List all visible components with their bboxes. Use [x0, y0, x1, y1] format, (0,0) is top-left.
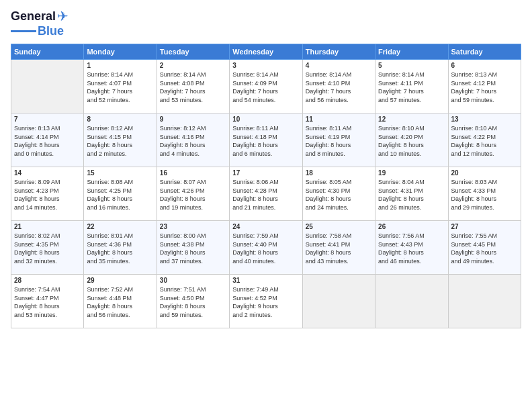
calendar-cell: 15Sunrise: 8:08 AM Sunset: 4:25 PM Dayli…	[84, 167, 157, 221]
calendar-cell: 5Sunrise: 8:14 AM Sunset: 4:11 PM Daylig…	[375, 60, 448, 113]
day-number: 2	[160, 62, 226, 69]
day-info: Sunrise: 8:02 AM Sunset: 4:35 PM Dayligh…	[14, 232, 81, 265]
calendar-cell: 28Sunrise: 7:54 AM Sunset: 4:47 PM Dayli…	[11, 275, 84, 328]
day-info: Sunrise: 8:01 AM Sunset: 4:36 PM Dayligh…	[87, 232, 153, 265]
day-number: 25	[306, 223, 372, 230]
day-header-sunday: Sunday	[11, 44, 84, 60]
calendar-cell: 22Sunrise: 8:01 AM Sunset: 4:36 PM Dayli…	[84, 221, 157, 275]
day-info: Sunrise: 8:04 AM Sunset: 4:31 PM Dayligh…	[378, 178, 445, 212]
day-number: 1	[87, 62, 153, 69]
day-number: 11	[306, 116, 372, 123]
day-number: 5	[378, 62, 445, 69]
week-row-2: 7Sunrise: 8:13 AM Sunset: 4:14 PM Daylig…	[11, 113, 521, 167]
day-info: Sunrise: 8:11 AM Sunset: 4:19 PM Dayligh…	[306, 124, 372, 158]
day-number: 6	[451, 62, 518, 69]
logo: General ✈ Blue	[11, 8, 69, 38]
day-header-wednesday: Wednesday	[230, 44, 302, 60]
day-header-saturday: Saturday	[448, 44, 521, 60]
calendar-cell: 18Sunrise: 8:05 AM Sunset: 4:30 PM Dayli…	[302, 167, 375, 221]
day-number: 21	[14, 223, 81, 230]
day-info: Sunrise: 8:13 AM Sunset: 4:12 PM Dayligh…	[451, 71, 518, 104]
calendar-cell: 27Sunrise: 7:55 AM Sunset: 4:45 PM Dayli…	[448, 221, 521, 275]
calendar-cell: 6Sunrise: 8:13 AM Sunset: 4:12 PM Daylig…	[448, 60, 521, 113]
calendar-cell: 13Sunrise: 8:10 AM Sunset: 4:22 PM Dayli…	[448, 113, 521, 167]
calendar-cell: 10Sunrise: 8:11 AM Sunset: 4:18 PM Dayli…	[230, 113, 302, 167]
calendar-cell: 19Sunrise: 8:04 AM Sunset: 4:31 PM Dayli…	[375, 167, 448, 221]
day-number: 27	[451, 223, 518, 230]
day-info: Sunrise: 7:54 AM Sunset: 4:47 PM Dayligh…	[14, 285, 81, 319]
day-info: Sunrise: 7:55 AM Sunset: 4:45 PM Dayligh…	[451, 232, 518, 265]
week-row-1: 1Sunrise: 8:14 AM Sunset: 4:07 PM Daylig…	[11, 60, 521, 113]
day-number: 23	[160, 223, 226, 230]
day-number: 17	[232, 169, 299, 177]
day-info: Sunrise: 8:13 AM Sunset: 4:14 PM Dayligh…	[14, 124, 81, 158]
day-info: Sunrise: 7:49 AM Sunset: 4:52 PM Dayligh…	[232, 285, 299, 319]
calendar-cell: 30Sunrise: 7:51 AM Sunset: 4:50 PM Dayli…	[157, 275, 229, 328]
calendar-cell: 1Sunrise: 8:14 AM Sunset: 4:07 PM Daylig…	[84, 60, 157, 113]
logo-text-blue: Blue	[38, 24, 64, 38]
day-info: Sunrise: 7:52 AM Sunset: 4:48 PM Dayligh…	[87, 285, 153, 319]
calendar-cell: 9Sunrise: 8:12 AM Sunset: 4:16 PM Daylig…	[157, 113, 229, 167]
day-number: 30	[160, 277, 226, 284]
day-number: 3	[232, 62, 299, 69]
calendar-cell: 29Sunrise: 7:52 AM Sunset: 4:48 PM Dayli…	[84, 275, 157, 328]
day-number: 16	[160, 169, 226, 177]
day-number: 8	[87, 116, 153, 123]
calendar-cell: 16Sunrise: 8:07 AM Sunset: 4:26 PM Dayli…	[157, 167, 229, 221]
day-info: Sunrise: 8:14 AM Sunset: 4:08 PM Dayligh…	[160, 71, 226, 104]
day-info: Sunrise: 8:05 AM Sunset: 4:30 PM Dayligh…	[306, 178, 372, 212]
calendar-cell: 23Sunrise: 8:00 AM Sunset: 4:38 PM Dayli…	[157, 221, 229, 275]
day-header-friday: Friday	[375, 44, 448, 60]
day-number: 4	[306, 62, 372, 69]
day-info: Sunrise: 7:51 AM Sunset: 4:50 PM Dayligh…	[160, 285, 226, 319]
day-number: 7	[14, 116, 81, 123]
day-info: Sunrise: 8:12 AM Sunset: 4:15 PM Dayligh…	[87, 124, 153, 158]
calendar-cell: 25Sunrise: 7:58 AM Sunset: 4:41 PM Dayli…	[302, 221, 375, 275]
calendar-cell	[448, 275, 521, 328]
calendar-cell: 26Sunrise: 7:56 AM Sunset: 4:43 PM Dayli…	[375, 221, 448, 275]
day-number: 20	[451, 169, 518, 177]
day-number: 10	[232, 116, 299, 123]
day-number: 18	[306, 169, 372, 177]
week-row-5: 28Sunrise: 7:54 AM Sunset: 4:47 PM Dayli…	[11, 275, 521, 328]
day-info: Sunrise: 8:03 AM Sunset: 4:33 PM Dayligh…	[451, 178, 518, 212]
day-info: Sunrise: 7:56 AM Sunset: 4:43 PM Dayligh…	[378, 232, 445, 265]
logo-text-general: General	[11, 9, 56, 24]
day-info: Sunrise: 8:12 AM Sunset: 4:16 PM Dayligh…	[160, 124, 226, 158]
day-info: Sunrise: 8:06 AM Sunset: 4:28 PM Dayligh…	[232, 178, 299, 212]
day-number: 13	[451, 116, 518, 123]
calendar-cell	[11, 60, 84, 113]
day-header-thursday: Thursday	[302, 44, 375, 60]
calendar-cell	[302, 275, 375, 328]
day-info: Sunrise: 8:10 AM Sunset: 4:20 PM Dayligh…	[378, 124, 445, 158]
day-number: 26	[378, 223, 445, 230]
day-number: 29	[87, 277, 153, 284]
day-info: Sunrise: 8:14 AM Sunset: 4:11 PM Dayligh…	[378, 71, 445, 104]
day-info: Sunrise: 8:00 AM Sunset: 4:38 PM Dayligh…	[160, 232, 226, 265]
day-info: Sunrise: 8:08 AM Sunset: 4:25 PM Dayligh…	[87, 178, 153, 212]
day-info: Sunrise: 8:11 AM Sunset: 4:18 PM Dayligh…	[232, 124, 299, 158]
calendar-cell: 8Sunrise: 8:12 AM Sunset: 4:15 PM Daylig…	[84, 113, 157, 167]
day-info: Sunrise: 8:14 AM Sunset: 4:09 PM Dayligh…	[232, 71, 299, 104]
header-row: SundayMondayTuesdayWednesdayThursdayFrid…	[11, 44, 521, 60]
day-number: 12	[378, 116, 445, 123]
calendar-table: SundayMondayTuesdayWednesdayThursdayFrid…	[11, 44, 521, 328]
page: General ✈ Blue SundayMondayTuesdayWednes…	[0, 0, 532, 411]
day-number: 14	[14, 169, 81, 177]
calendar-cell: 2Sunrise: 8:14 AM Sunset: 4:08 PM Daylig…	[157, 60, 229, 113]
day-info: Sunrise: 8:14 AM Sunset: 4:10 PM Dayligh…	[306, 71, 372, 104]
calendar-cell: 17Sunrise: 8:06 AM Sunset: 4:28 PM Dayli…	[230, 167, 302, 221]
week-row-3: 14Sunrise: 8:09 AM Sunset: 4:23 PM Dayli…	[11, 167, 521, 221]
day-info: Sunrise: 8:07 AM Sunset: 4:26 PM Dayligh…	[160, 178, 226, 212]
calendar-cell	[375, 275, 448, 328]
calendar-cell: 24Sunrise: 7:59 AM Sunset: 4:40 PM Dayli…	[230, 221, 302, 275]
logo-blue-bar	[11, 30, 36, 32]
calendar-cell: 3Sunrise: 8:14 AM Sunset: 4:09 PM Daylig…	[230, 60, 302, 113]
day-info: Sunrise: 8:10 AM Sunset: 4:22 PM Dayligh…	[451, 124, 518, 158]
day-info: Sunrise: 8:09 AM Sunset: 4:23 PM Dayligh…	[14, 178, 81, 212]
calendar-cell: 11Sunrise: 8:11 AM Sunset: 4:19 PM Dayli…	[302, 113, 375, 167]
calendar-cell: 31Sunrise: 7:49 AM Sunset: 4:52 PM Dayli…	[230, 275, 302, 328]
day-number: 15	[87, 169, 153, 177]
day-number: 28	[14, 277, 81, 284]
week-row-4: 21Sunrise: 8:02 AM Sunset: 4:35 PM Dayli…	[11, 221, 521, 275]
